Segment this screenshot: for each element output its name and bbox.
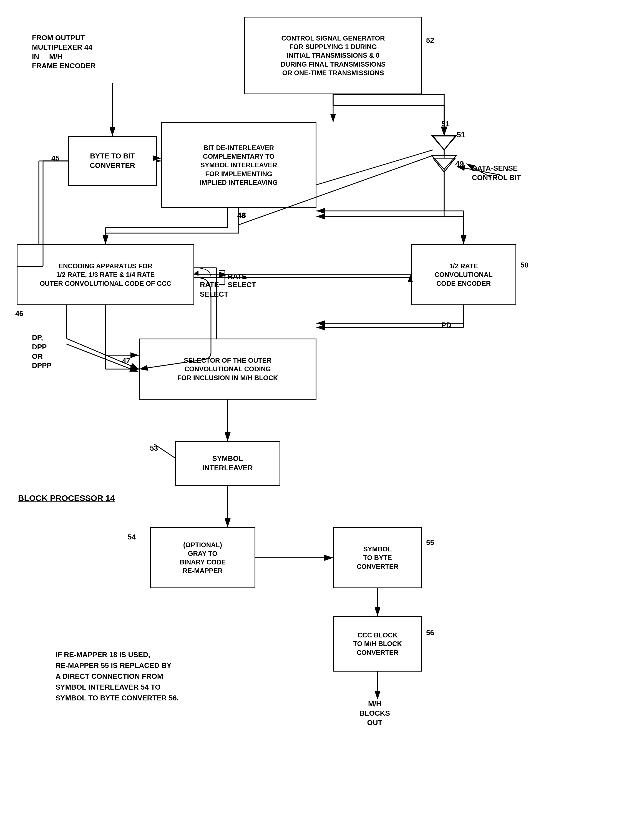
block-processor-label: BLOCK PROCESSOR 14 — [18, 492, 114, 503]
half-rate-conv-label: 1/2 RATECONVOLUTIONALCODE ENCODER — [434, 262, 493, 288]
symbol-to-byte-label: SYMBOLTO BYTECONVERTER — [357, 545, 399, 571]
rate-select-label: RATESELECT — [200, 280, 229, 299]
num-47: 47 — [122, 357, 130, 365]
svg-text:51: 51 — [457, 130, 465, 139]
num-46: 46 — [15, 310, 23, 318]
svg-marker-31 — [433, 136, 455, 150]
gray-binary-label: (OPTIONAL)GRAY TOBINARY CODERE-MAPPER — [180, 541, 226, 575]
num-55: 55 — [426, 538, 434, 547]
svg-text:RATE: RATE — [227, 272, 247, 281]
encoding-apparatus-label: ENCODING APPARATUS FOR1/2 RATE, 1/3 RATE… — [40, 262, 171, 288]
svg-marker-52 — [432, 135, 457, 150]
remapper-note-label: IF RE-MAPPER 18 IS USED,RE-MAPPER 55 IS … — [56, 649, 179, 703]
control-signal-label: CONTROL SIGNAL GENERATORFOR SUPPLYING 1 … — [281, 34, 386, 77]
num-52: 52 — [426, 36, 434, 44]
control-signal-box: CONTROL SIGNAL GENERATORFOR SUPPLYING 1 … — [244, 17, 422, 94]
pd-label: PD — [441, 321, 451, 330]
symbol-to-byte-box: SYMBOLTO BYTECONVERTER — [333, 527, 422, 588]
bit-deinterleaver-label: BIT DE-INTERLEAVERCOMPLEMENTARY TOSYMBOL… — [200, 143, 278, 187]
diagram-arrows — [0, 0, 639, 840]
symbol-interleaver-box: SYMBOLINTERLEAVER — [175, 441, 280, 486]
selector-label: SELECTOR OF THE OUTERCONVOLUTIONAL CODIN… — [177, 356, 278, 382]
svg-marker-20 — [194, 271, 199, 276]
diagram-container: BYTE TO BITCONVERTER 45 CONTROL SIGNAL G… — [0, 0, 639, 840]
byte-to-bit-converter-box: BYTE TO BITCONVERTER — [68, 136, 157, 186]
num-51-label: 51 — [441, 119, 450, 129]
svg-marker-53 — [432, 156, 457, 169]
svg-text:SELECT: SELECT — [227, 281, 256, 289]
mh-blocks-out-label: M/HBLOCKSOUT — [359, 699, 390, 727]
selector-box: SELECTOR OF THE OUTERCONVOLUTIONAL CODIN… — [139, 338, 316, 400]
num-54: 54 — [128, 533, 136, 541]
half-rate-conv-box: 1/2 RATECONVOLUTIONALCODE ENCODER — [411, 244, 516, 305]
data-sense-label: DATA-SENSECONTROL BIT — [472, 164, 521, 183]
num-53: 53 — [150, 444, 158, 453]
num-56: 56 — [426, 629, 434, 637]
diagram-arrows-2: 48 49 51 RATE SELECT — [0, 0, 639, 840]
num-50: 50 — [520, 261, 529, 270]
symbol-interleaver-label: SYMBOLINTERLEAVER — [202, 454, 253, 473]
byte-to-bit-label: BYTE TO BITCONVERTER — [90, 151, 135, 170]
gray-binary-box: (OPTIONAL)GRAY TOBINARY CODERE-MAPPER — [150, 527, 255, 588]
ccc-block-label: CCC BLOCKTO M/H BLOCKCONVERTER — [353, 631, 402, 657]
dp-dpp-label: DP,DPPORDPPP — [32, 333, 52, 370]
num-45: 45 — [51, 154, 59, 163]
ccc-block-box: CCC BLOCKTO M/H BLOCKCONVERTER — [333, 616, 422, 672]
num-48: 48 — [237, 211, 245, 220]
svg-text:49: 49 — [455, 160, 464, 168]
encoding-apparatus-box: ENCODING APPARATUS FOR1/2 RATE, 1/3 RATE… — [17, 244, 194, 305]
svg-marker-32 — [433, 158, 455, 172]
bit-deinterleaver-box: BIT DE-INTERLEAVERCOMPLEMENTARY TOSYMBOL… — [161, 122, 316, 208]
from-output-label: FROM OUTPUTMULTIPLEXER 44IN M/HFRAME ENC… — [32, 33, 96, 71]
